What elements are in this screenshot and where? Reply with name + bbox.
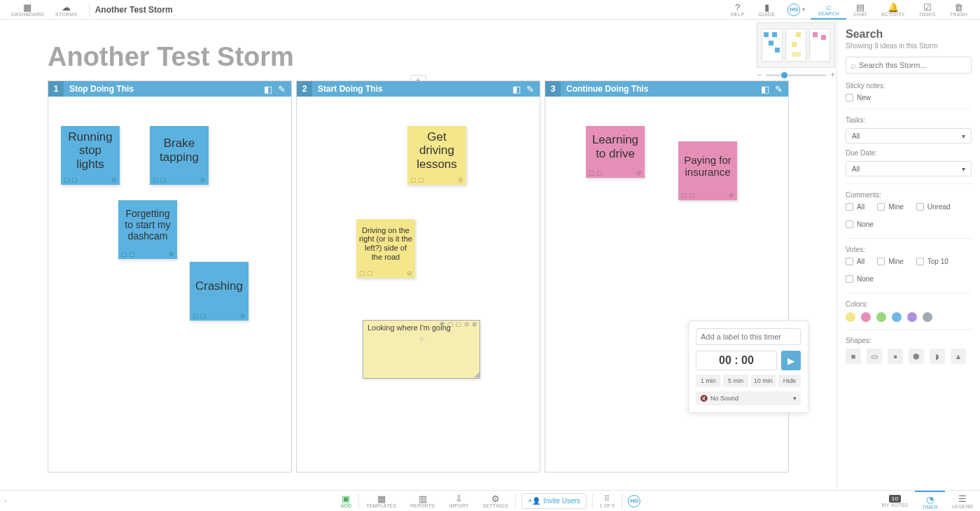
checkbox-comments-none[interactable] xyxy=(846,220,853,228)
bookmark-icon[interactable]: ◧ xyxy=(761,84,769,94)
edit-icon[interactable]: ✎ xyxy=(278,84,286,94)
sticky-note[interactable]: Driving on the right (or is it the left?… xyxy=(356,219,415,278)
sticky-note[interactable]: Paying for insurance ▢▢⊘ xyxy=(678,141,737,200)
bb-add[interactable]: ▣Add xyxy=(334,494,358,508)
nav-storms[interactable]: ☁ Storms xyxy=(50,3,83,17)
block-icon[interactable]: ⊘ xyxy=(729,192,734,199)
checkbox-new[interactable] xyxy=(846,94,853,102)
timer-play-button[interactable]: ▶ xyxy=(781,351,801,370)
duedate-select[interactable]: All▾ xyxy=(846,161,972,176)
invite-users-button[interactable]: +👤Invite Users xyxy=(522,493,587,509)
comment-icon[interactable]: ▢ xyxy=(589,169,595,176)
bb-templates[interactable]: ▦Templates xyxy=(359,494,403,508)
edit-icon[interactable]: ✎ xyxy=(526,84,534,94)
checkbox-votes-none[interactable] xyxy=(846,275,853,283)
zoom-handle[interactable] xyxy=(781,72,788,78)
zoom-in-icon[interactable]: + xyxy=(830,70,835,80)
block-icon[interactable]: ⊘ xyxy=(169,251,174,258)
timer-sound-select[interactable]: 🔇 No Sound ▾ xyxy=(696,391,801,405)
sticky-note[interactable]: Learning to drive ▢▢⊘ xyxy=(586,126,645,178)
column-3-body[interactable]: Learning to drive ▢▢⊘ Paying for insuran… xyxy=(545,97,788,472)
bb-reports[interactable]: ▥Reports xyxy=(403,494,442,508)
sticky-note[interactable]: Crashing ▢▢⊘ xyxy=(190,262,248,321)
checkbox-comments-unread[interactable] xyxy=(916,203,924,211)
checkbox-comments-all[interactable] xyxy=(846,203,853,211)
zoom-out-icon[interactable]: − xyxy=(757,70,762,80)
vote-icon[interactable]: ▢ xyxy=(129,251,135,258)
nav-help[interactable]: ?Help xyxy=(724,0,752,20)
color-pink[interactable] xyxy=(861,312,871,322)
checkbox-votes-mine[interactable] xyxy=(877,258,885,265)
vote-icon[interactable]: ▢ xyxy=(200,312,206,319)
comment-icon[interactable]: ▢ xyxy=(410,176,416,183)
current-user-avatar[interactable]: HG xyxy=(628,495,640,507)
sticky-note[interactable]: Brake tapping ▢▢⊘ xyxy=(150,126,209,185)
nav-guide[interactable]: ▮Guide xyxy=(752,0,783,20)
block-icon[interactable]: ⊘ xyxy=(636,169,642,176)
checkbox-votes-top10[interactable] xyxy=(916,258,924,265)
timer-preset-5min[interactable]: 5 min xyxy=(723,374,748,387)
user-menu[interactable]: HG ▾ xyxy=(782,4,811,16)
plus-icon[interactable]: + xyxy=(419,333,424,344)
column-3-title[interactable]: Continue Doing This xyxy=(561,84,761,94)
bb-timer[interactable]: ◔Timer xyxy=(915,491,945,512)
vote-icon[interactable]: ▢ xyxy=(418,176,424,183)
close-icon[interactable]: ⊗ xyxy=(472,321,477,328)
zoom-slider[interactable]: − + xyxy=(757,70,835,80)
timer-display[interactable]: 00 : 00 xyxy=(696,351,777,370)
nav-trash[interactable]: 🗑Trash xyxy=(943,0,974,20)
nav-activity[interactable]: 🔔Activity xyxy=(874,0,912,20)
expand-left[interactable]: › xyxy=(0,497,10,505)
bb-import[interactable]: ⇩Import xyxy=(442,494,475,508)
color-grey[interactable] xyxy=(923,312,932,322)
shape-hex[interactable]: ⬢ xyxy=(909,349,924,364)
comment-icon[interactable]: ▢ xyxy=(192,312,199,319)
bookmark-icon[interactable]: ◧ xyxy=(512,84,521,94)
shape-index[interactable]: ▭ xyxy=(867,349,882,364)
bookmark-icon[interactable]: ◧ xyxy=(264,84,272,94)
shape-person[interactable]: ▲ xyxy=(951,349,966,364)
comment-icon[interactable]: ▢ xyxy=(64,176,70,183)
column-1-body[interactable]: Running stop lights ▢▢⊘ Brake tapping ▢▢… xyxy=(48,97,291,472)
sticky-note[interactable]: Running stop lights ▢▢⊘ xyxy=(61,126,120,185)
vote-icon[interactable]: ▢ xyxy=(596,169,603,176)
column-1-title[interactable]: Stop Doing This xyxy=(64,84,264,94)
comment-icon[interactable]: ▢ xyxy=(153,176,159,183)
vote-icon[interactable]: ▢ xyxy=(367,270,373,276)
block-icon[interactable]: ⊘ xyxy=(200,176,206,183)
comment-icon[interactable]: ▢ xyxy=(121,251,127,258)
bb-settings[interactable]: ⚙Settings xyxy=(476,494,516,508)
color-green[interactable] xyxy=(876,312,886,322)
shape-circle[interactable]: ● xyxy=(888,349,903,364)
block-icon[interactable]: ⊘ xyxy=(111,176,117,183)
block-icon[interactable]: ⊘ xyxy=(407,270,412,276)
block-icon[interactable]: ⊘ xyxy=(240,312,246,319)
sticky-note-selected[interactable]: ✥▢▢⊘⊗ Looking where I'm going + ◢ xyxy=(363,321,479,378)
comment-icon[interactable]: ▢ xyxy=(681,192,687,199)
shape-square[interactable]: ■ xyxy=(846,349,861,364)
vote-icon[interactable]: ▢ xyxy=(689,192,695,199)
sticky-text[interactable]: Looking where I'm going xyxy=(368,323,451,332)
page-indicator[interactable]: ⠿1 of 5 xyxy=(593,494,622,508)
vote-icon[interactable]: ▢ xyxy=(456,321,462,328)
block-icon[interactable]: ⊘ xyxy=(458,176,463,183)
vote-icon[interactable]: ▢ xyxy=(160,176,167,183)
bb-my-votes[interactable]: 10My Votes xyxy=(875,491,916,512)
checkbox-votes-all[interactable] xyxy=(846,258,853,265)
resize-handle[interactable]: ◢ xyxy=(474,370,479,378)
shape-leaf[interactable]: ◗ xyxy=(930,349,945,364)
timer-hide-button[interactable]: Hide xyxy=(778,374,801,387)
block-icon[interactable]: ⊘ xyxy=(464,321,470,328)
timer-preset-1min[interactable]: 1 min xyxy=(696,374,720,387)
bb-legend[interactable]: ☰Legend xyxy=(945,491,980,512)
search-input[interactable] xyxy=(859,61,967,69)
sticky-note[interactable]: Forgetting to start my dashcam ▢▢⊘ xyxy=(118,200,177,259)
color-purple[interactable] xyxy=(907,312,917,322)
timer-preset-10min[interactable]: 10 min xyxy=(751,374,776,387)
comment-icon[interactable]: ▢ xyxy=(359,270,365,276)
nav-tasks[interactable]: ☑Tasks xyxy=(912,0,943,20)
nav-search[interactable]: ⌕Search xyxy=(811,0,846,20)
timer-label-input[interactable] xyxy=(696,328,801,345)
tasks-select[interactable]: All▾ xyxy=(846,128,972,144)
sticky-note[interactable]: Get driving lessons ▢▢⊘ xyxy=(407,126,466,185)
